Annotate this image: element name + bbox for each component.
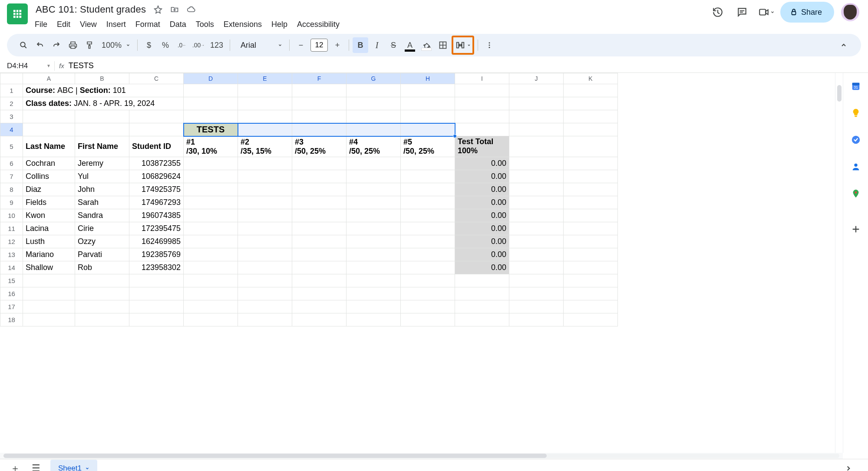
format-currency-button[interactable]: $ [141,37,157,53]
cell-C13[interactable]: 192385769 [129,248,184,261]
tasks-icon[interactable] [851,135,861,145]
italic-button[interactable]: I [369,37,385,53]
col-header-E[interactable]: E [238,73,292,84]
row-header-8[interactable]: 8 [0,183,23,196]
row-header-6[interactable]: 6 [0,157,23,170]
horizontal-scrollbar[interactable] [0,453,843,459]
cell-B9[interactable]: Sarah [75,196,129,209]
cell-A5[interactable]: Last Name [23,136,75,157]
search-menus-icon[interactable] [16,37,31,53]
cell-B14[interactable]: Rob [75,261,129,274]
zoom-select[interactable]: 100% [98,41,134,50]
strikethrough-button[interactable]: S [386,37,401,53]
maps-icon[interactable] [851,188,861,199]
format-percent-button[interactable]: % [158,37,173,53]
star-icon[interactable] [154,5,162,14]
cell-I5[interactable]: Test Total 100% [455,136,509,157]
row-header-13[interactable]: 13 [0,248,23,261]
cell-A14[interactable]: Shallow [23,261,75,274]
row-header-10[interactable]: 10 [0,209,23,222]
add-sheet-icon[interactable]: ＋ [9,462,22,471]
increase-decimal-button[interactable]: .00→ [191,37,206,53]
cell-G5[interactable]: #4 /50, 25% [347,136,401,157]
cell-C12[interactable]: 162469985 [129,235,184,248]
cell-C5[interactable]: Student ID [129,136,184,157]
cell-B5[interactable]: First Name [75,136,129,157]
cell-I7[interactable]: 0.00 [455,170,509,183]
cell-H4[interactable] [401,123,455,136]
keep-icon[interactable] [851,108,861,118]
cell-E4[interactable] [238,123,292,136]
cloud-status-icon[interactable] [187,5,195,14]
name-box[interactable]: D4:H4▼ [4,62,54,70]
row-header-2[interactable]: 2 [0,97,23,110]
row-header-17[interactable]: 17 [0,300,23,313]
history-icon[interactable] [707,2,728,23]
cell-B12[interactable]: Ozzy [75,235,129,248]
col-header-B[interactable]: B [75,73,129,84]
cell-A6[interactable]: Cochran [23,157,75,170]
cell-B11[interactable]: Cirie [75,222,129,235]
merge-cells-button[interactable] [453,37,472,53]
cell-C8[interactable]: 174925375 [129,183,184,196]
font-family-select[interactable]: Arial [234,41,286,50]
cell-B13[interactable]: Parvati [75,248,129,261]
cell-B6[interactable]: Jeremy [75,157,129,170]
cell-D5[interactable]: #1 /30, 10% [184,136,238,157]
cell-A12[interactable]: Lusth [23,235,75,248]
font-size-decrease-button[interactable]: − [293,37,309,53]
sheets-logo-icon[interactable] [7,3,28,24]
undo-icon[interactable] [32,37,48,53]
more-toolbar-icon[interactable] [482,37,497,53]
menu-file[interactable]: File [30,17,52,32]
meet-icon[interactable] [756,2,777,23]
cell-I9[interactable]: 0.00 [455,196,509,209]
cell-I8[interactable]: 0.00 [455,183,509,196]
share-button[interactable]: Share [780,2,834,23]
account-avatar[interactable] [841,3,859,21]
row-header-16[interactable]: 16 [0,287,23,300]
sheet-tab-sheet1[interactable]: Sheet1 [50,460,97,471]
cell-D4[interactable]: TESTS [184,123,238,136]
cell-I12[interactable]: 0.00 [455,235,509,248]
more-formats-button[interactable]: 123 [207,37,226,53]
document-title[interactable]: ABC 101: Student grades [33,3,149,16]
cell-A11[interactable]: Lacina [23,222,75,235]
cell-B8[interactable]: John [75,183,129,196]
row-header-5[interactable]: 5 [0,136,23,157]
calendar-icon[interactable]: 31 [851,81,861,91]
menu-view[interactable]: View [76,17,101,32]
collapse-toolbar-icon[interactable] [835,36,852,54]
spreadsheet-grid[interactable]: ABCDEFGHIJK1 Course: ABC | Section: 101 … [0,73,843,453]
row-header-18[interactable]: 18 [0,313,23,326]
cell-F5[interactable]: #3 /50, 25% [292,136,347,157]
menu-data[interactable]: Data [165,17,191,32]
cell-A9[interactable]: Fields [23,196,75,209]
borders-button[interactable] [435,37,451,53]
menu-help[interactable]: Help [267,17,292,32]
col-header-J[interactable]: J [509,73,564,84]
cell-A10[interactable]: Kwon [23,209,75,222]
scroll-sheets-icon[interactable] [842,462,855,471]
comments-icon[interactable] [732,2,752,23]
col-header-K[interactable]: K [564,73,618,84]
col-header-A[interactable]: A [23,73,75,84]
cell-C7[interactable]: 106829624 [129,170,184,183]
bold-button[interactable]: B [353,37,368,53]
row-header-12[interactable]: 12 [0,235,23,248]
col-header-D[interactable]: D [184,73,238,84]
cell-I11[interactable]: 0.00 [455,222,509,235]
menu-tools[interactable]: Tools [191,17,218,32]
col-header-H[interactable]: H [401,73,455,84]
vertical-scrollbar[interactable] [835,73,843,453]
all-sheets-icon[interactable]: ☰ [30,462,43,471]
menu-edit[interactable]: Edit [53,17,75,32]
row-header-11[interactable]: 11 [0,222,23,235]
font-size-increase-button[interactable]: + [330,37,345,53]
cell-A8[interactable]: Diaz [23,183,75,196]
row-header-1[interactable]: 1 [0,84,23,97]
cell-E5[interactable]: #2 /35, 15% [238,136,292,157]
col-header-I[interactable]: I [455,73,509,84]
cell-C6[interactable]: 103872355 [129,157,184,170]
row-header-7[interactable]: 7 [0,170,23,183]
